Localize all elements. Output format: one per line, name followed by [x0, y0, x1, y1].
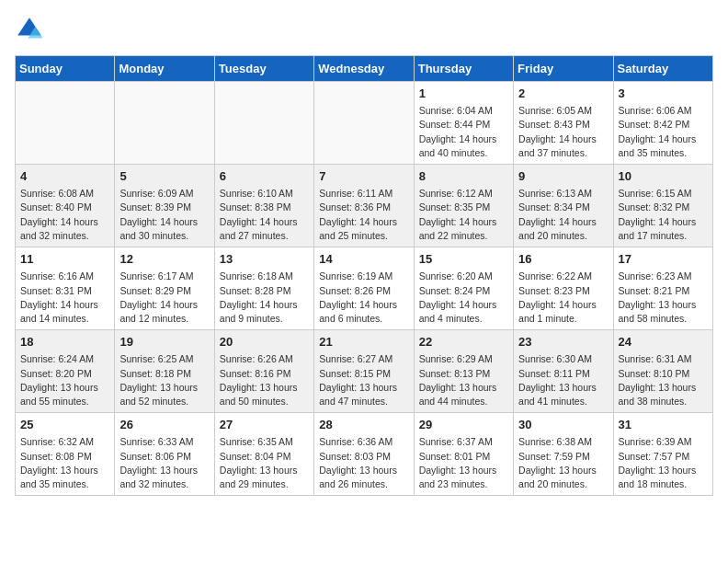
day-info: Sunrise: 6:05 AM Sunset: 8:43 PM Dayligh… — [518, 104, 608, 160]
day-header-tuesday: Tuesday — [214, 56, 313, 82]
calendar-cell — [214, 82, 313, 165]
day-number: 30 — [518, 417, 608, 433]
header — [15, 15, 713, 44]
calendar-cell: 13Sunrise: 6:18 AM Sunset: 8:28 PM Dayli… — [214, 247, 313, 330]
day-number: 10 — [619, 168, 708, 185]
calendar-cell: 20Sunrise: 6:26 AM Sunset: 8:16 PM Dayli… — [214, 330, 313, 413]
day-number: 26 — [119, 417, 209, 433]
calendar-cell: 8Sunrise: 6:12 AM Sunset: 8:35 PM Daylig… — [414, 165, 513, 247]
day-info: Sunrise: 6:38 AM Sunset: 7:59 PM Dayligh… — [518, 435, 608, 491]
calendar-table: SundayMondayTuesdayWednesdayThursdayFrid… — [15, 55, 713, 496]
day-number: 9 — [518, 168, 608, 185]
calendar-cell — [115, 82, 214, 165]
day-info: Sunrise: 6:29 AM Sunset: 8:13 PM Dayligh… — [419, 352, 508, 408]
day-info: Sunrise: 6:11 AM Sunset: 8:36 PM Dayligh… — [319, 187, 408, 243]
day-number: 5 — [119, 168, 209, 185]
day-header-sunday: Sunday — [16, 56, 115, 82]
day-info: Sunrise: 6:24 AM Sunset: 8:20 PM Dayligh… — [20, 352, 109, 408]
calendar-cell: 12Sunrise: 6:17 AM Sunset: 8:29 PM Dayli… — [115, 247, 214, 330]
calendar-cell: 27Sunrise: 6:35 AM Sunset: 8:04 PM Dayli… — [214, 413, 313, 496]
day-number: 2 — [518, 86, 608, 102]
day-number: 22 — [419, 334, 508, 350]
calendar-cell: 19Sunrise: 6:25 AM Sunset: 8:18 PM Dayli… — [115, 330, 214, 413]
day-info: Sunrise: 6:30 AM Sunset: 8:11 PM Dayligh… — [518, 352, 608, 408]
calendar-cell: 29Sunrise: 6:37 AM Sunset: 8:01 PM Dayli… — [414, 413, 513, 496]
week-row-5: 25Sunrise: 6:32 AM Sunset: 8:08 PM Dayli… — [16, 413, 713, 496]
calendar-cell: 14Sunrise: 6:19 AM Sunset: 8:26 PM Dayli… — [314, 247, 414, 330]
logo — [15, 15, 48, 44]
logo-icon — [15, 15, 44, 44]
day-info: Sunrise: 6:36 AM Sunset: 8:03 PM Dayligh… — [319, 435, 408, 491]
day-info: Sunrise: 6:25 AM Sunset: 8:18 PM Dayligh… — [119, 352, 209, 408]
day-info: Sunrise: 6:37 AM Sunset: 8:01 PM Dayligh… — [419, 435, 508, 491]
day-number: 6 — [220, 168, 309, 185]
day-info: Sunrise: 6:33 AM Sunset: 8:06 PM Dayligh… — [119, 435, 209, 491]
day-number: 12 — [119, 251, 209, 268]
day-header-friday: Friday — [514, 56, 613, 82]
day-info: Sunrise: 6:15 AM Sunset: 8:32 PM Dayligh… — [619, 187, 708, 243]
day-info: Sunrise: 6:04 AM Sunset: 8:44 PM Dayligh… — [419, 104, 508, 160]
calendar-cell: 7Sunrise: 6:11 AM Sunset: 8:36 PM Daylig… — [314, 165, 414, 247]
calendar-cell: 21Sunrise: 6:27 AM Sunset: 8:15 PM Dayli… — [314, 330, 414, 413]
day-number: 7 — [319, 168, 408, 185]
calendar-cell: 5Sunrise: 6:09 AM Sunset: 8:39 PM Daylig… — [115, 165, 214, 247]
day-number: 21 — [319, 334, 408, 350]
day-info: Sunrise: 6:31 AM Sunset: 8:10 PM Dayligh… — [619, 352, 708, 408]
calendar-cell: 31Sunrise: 6:39 AM Sunset: 7:57 PM Dayli… — [613, 413, 712, 496]
calendar-cell: 28Sunrise: 6:36 AM Sunset: 8:03 PM Dayli… — [314, 413, 414, 496]
calendar-cell: 11Sunrise: 6:16 AM Sunset: 8:31 PM Dayli… — [16, 247, 115, 330]
day-number: 14 — [319, 251, 408, 268]
day-number: 27 — [220, 417, 309, 433]
week-row-1: 1Sunrise: 6:04 AM Sunset: 8:44 PM Daylig… — [16, 82, 713, 165]
day-info: Sunrise: 6:08 AM Sunset: 8:40 PM Dayligh… — [20, 187, 109, 243]
calendar-cell: 3Sunrise: 6:06 AM Sunset: 8:42 PM Daylig… — [613, 82, 712, 165]
day-info: Sunrise: 6:10 AM Sunset: 8:38 PM Dayligh… — [220, 187, 309, 243]
day-info: Sunrise: 6:39 AM Sunset: 7:57 PM Dayligh… — [619, 435, 708, 491]
day-info: Sunrise: 6:17 AM Sunset: 8:29 PM Dayligh… — [119, 270, 209, 326]
calendar-cell: 4Sunrise: 6:08 AM Sunset: 8:40 PM Daylig… — [16, 165, 115, 247]
day-number: 4 — [20, 168, 109, 185]
day-info: Sunrise: 6:26 AM Sunset: 8:16 PM Dayligh… — [220, 352, 309, 408]
calendar-cell: 25Sunrise: 6:32 AM Sunset: 8:08 PM Dayli… — [16, 413, 115, 496]
day-number: 20 — [220, 334, 309, 350]
day-header-monday: Monday — [115, 56, 214, 82]
day-number: 13 — [220, 251, 309, 268]
calendar-cell: 18Sunrise: 6:24 AM Sunset: 8:20 PM Dayli… — [16, 330, 115, 413]
calendar-cell: 10Sunrise: 6:15 AM Sunset: 8:32 PM Dayli… — [613, 165, 712, 247]
day-info: Sunrise: 6:22 AM Sunset: 8:23 PM Dayligh… — [518, 270, 608, 326]
day-header-saturday: Saturday — [613, 56, 712, 82]
calendar-cell — [16, 82, 115, 165]
day-number: 23 — [518, 334, 608, 350]
day-number: 28 — [319, 417, 408, 433]
calendar-cell: 16Sunrise: 6:22 AM Sunset: 8:23 PM Dayli… — [514, 247, 613, 330]
calendar-cell: 9Sunrise: 6:13 AM Sunset: 8:34 PM Daylig… — [514, 165, 613, 247]
calendar-cell: 1Sunrise: 6:04 AM Sunset: 8:44 PM Daylig… — [414, 82, 513, 165]
week-row-3: 11Sunrise: 6:16 AM Sunset: 8:31 PM Dayli… — [16, 247, 713, 330]
calendar-cell: 22Sunrise: 6:29 AM Sunset: 8:13 PM Dayli… — [414, 330, 513, 413]
calendar-cell: 17Sunrise: 6:23 AM Sunset: 8:21 PM Dayli… — [613, 247, 712, 330]
day-info: Sunrise: 6:16 AM Sunset: 8:31 PM Dayligh… — [20, 270, 109, 326]
day-info: Sunrise: 6:35 AM Sunset: 8:04 PM Dayligh… — [220, 435, 309, 491]
day-header-wednesday: Wednesday — [314, 56, 414, 82]
day-number: 24 — [619, 334, 708, 350]
day-number: 18 — [20, 334, 109, 350]
day-number: 1 — [419, 86, 508, 102]
calendar-cell: 26Sunrise: 6:33 AM Sunset: 8:06 PM Dayli… — [115, 413, 214, 496]
header-row: SundayMondayTuesdayWednesdayThursdayFrid… — [16, 56, 713, 82]
day-info: Sunrise: 6:09 AM Sunset: 8:39 PM Dayligh… — [119, 187, 209, 243]
day-info: Sunrise: 6:20 AM Sunset: 8:24 PM Dayligh… — [419, 270, 508, 326]
day-number: 3 — [619, 86, 708, 102]
day-number: 17 — [619, 251, 708, 268]
calendar-cell — [314, 82, 414, 165]
calendar-cell: 15Sunrise: 6:20 AM Sunset: 8:24 PM Dayli… — [414, 247, 513, 330]
day-info: Sunrise: 6:23 AM Sunset: 8:21 PM Dayligh… — [619, 270, 708, 326]
calendar-cell: 6Sunrise: 6:10 AM Sunset: 8:38 PM Daylig… — [214, 165, 313, 247]
day-info: Sunrise: 6:12 AM Sunset: 8:35 PM Dayligh… — [419, 187, 508, 243]
day-info: Sunrise: 6:19 AM Sunset: 8:26 PM Dayligh… — [319, 270, 408, 326]
day-number: 29 — [419, 417, 508, 433]
calendar-cell: 30Sunrise: 6:38 AM Sunset: 7:59 PM Dayli… — [514, 413, 613, 496]
day-number: 16 — [518, 251, 608, 268]
day-info: Sunrise: 6:13 AM Sunset: 8:34 PM Dayligh… — [518, 187, 608, 243]
day-number: 25 — [20, 417, 109, 433]
day-number: 11 — [20, 251, 109, 268]
